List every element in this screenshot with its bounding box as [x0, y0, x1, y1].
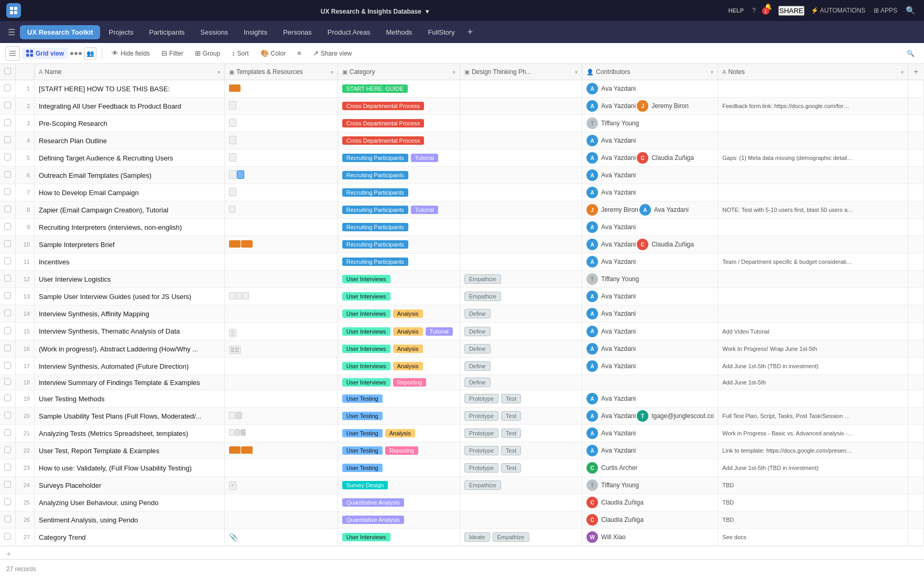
row-name-cell[interactable]: Sample Interpreters Brief — [35, 236, 225, 253]
row-notes-cell[interactable]: Add June 1st-5th (TBD in investment) — [718, 459, 908, 477]
row-templates-cell[interactable] — [224, 288, 338, 305]
row-checkbox[interactable] — [0, 305, 16, 323]
row-templates-cell[interactable] — [224, 323, 338, 340]
category-tag[interactable]: Reporting — [385, 446, 419, 455]
row-checkbox[interactable] — [0, 219, 16, 236]
row-contributors-cell[interactable]: AAva Yazdani — [582, 425, 718, 442]
row-design-cell[interactable]: Empathize — [460, 271, 582, 288]
design-tag[interactable]: Test — [501, 463, 521, 473]
row-category-cell[interactable]: User Interviews — [338, 529, 460, 546]
row-contributors-cell[interactable]: AAva Yazdani — [582, 80, 718, 98]
category-tag[interactable]: Cross Departmental Process — [342, 102, 425, 110]
category-tag[interactable]: Analysis — [393, 327, 423, 336]
category-tag[interactable]: START HERE: GUIDE — [342, 84, 408, 93]
automations-button[interactable]: ⚡ AUTOMATIONS — [809, 5, 868, 16]
search-icon[interactable]: 🔍 — [904, 4, 918, 17]
row-contributors-cell[interactable]: TTiffany Young — [582, 477, 718, 494]
header-notes[interactable]: A Notes ▾ — [718, 64, 908, 80]
row-design-cell[interactable] — [460, 184, 582, 201]
row-name-cell[interactable]: Sample Usability Test Plans (Full Flows,… — [35, 408, 225, 425]
row-contributors-cell[interactable]: WWill Xiao — [582, 529, 718, 546]
design-tag[interactable]: Define — [464, 361, 491, 371]
design-tag[interactable]: Define — [464, 344, 491, 354]
grid-view-indicator[interactable]: Grid view — [22, 48, 68, 59]
row-name-cell[interactable]: Interview Synthesis, Thematic Analysis o… — [35, 323, 225, 340]
row-notes-cell[interactable] — [718, 288, 908, 305]
row-category-cell[interactable]: Recruiting Participants — [338, 253, 460, 271]
row-checkbox[interactable] — [0, 442, 16, 459]
row-category-cell[interactable]: User TestingAnalysis — [338, 425, 460, 442]
row-templates-cell[interactable] — [224, 184, 338, 201]
row-checkbox[interactable] — [0, 390, 16, 408]
row-templates-cell[interactable] — [224, 305, 338, 323]
category-tag[interactable]: Tutorial — [411, 206, 438, 214]
row-notes-cell[interactable]: Add Video Tutorial — [718, 323, 908, 340]
row-checkbox[interactable] — [0, 408, 16, 425]
row-checkbox[interactable] — [0, 323, 16, 340]
row-name-cell[interactable]: Incentives — [35, 253, 225, 271]
category-tag[interactable]: Recruiting Participants — [342, 171, 408, 179]
row-height-button[interactable]: ≡ — [293, 47, 306, 59]
row-templates-cell[interactable] — [224, 340, 338, 358]
design-sort-icon[interactable]: ▾ — [575, 69, 578, 75]
app-logo[interactable] — [6, 3, 21, 18]
design-tag[interactable]: Define — [464, 378, 491, 387]
row-contributors-cell[interactable]: AAva YazdaniCClaudia Zuñiga — [582, 149, 718, 167]
row-notes-cell[interactable]: Feedback form link: https://docs.google.… — [718, 98, 908, 115]
row-category-cell[interactable]: START HERE: GUIDE — [338, 80, 460, 98]
row-contributors-cell[interactable]: AAva Yazdani — [582, 305, 718, 323]
row-checkbox[interactable] — [0, 425, 16, 442]
add-col-button[interactable]: + — [908, 64, 924, 80]
color-button[interactable]: 🎨 Color — [256, 47, 290, 59]
row-design-cell[interactable] — [460, 167, 582, 184]
category-tag[interactable]: Recruiting Participants — [342, 240, 408, 249]
row-design-cell[interactable]: Define — [460, 323, 582, 340]
nav-tab-toolkit[interactable]: UX Research Toolkit — [20, 25, 100, 39]
row-templates-cell[interactable] — [224, 494, 338, 511]
group-button[interactable]: ⊞ Group — [191, 47, 224, 59]
row-design-cell[interactable]: PrototypeTest — [460, 408, 582, 425]
row-notes-cell[interactable]: TBD — [718, 494, 908, 511]
row-category-cell[interactable]: User InterviewsAnalysis — [338, 340, 460, 358]
category-tag[interactable]: User Interviews — [342, 309, 390, 318]
row-checkbox[interactable] — [0, 271, 16, 288]
design-tag[interactable]: Prototype — [464, 463, 498, 473]
design-tag[interactable]: Define — [464, 309, 491, 318]
header-checkbox[interactable] — [0, 64, 16, 80]
row-name-cell[interactable]: [START HERE] HOW TO USE THIS BASE: — [35, 80, 225, 98]
row-templates-cell[interactable] — [224, 390, 338, 408]
notes-sort-icon[interactable]: ▾ — [901, 69, 904, 75]
category-tag[interactable]: User Testing — [342, 464, 383, 472]
design-tag[interactable]: Empathize — [493, 532, 529, 542]
header-design[interactable]: ▣ Design Thinking Ph... ▾ — [460, 64, 582, 80]
row-category-cell[interactable]: User Testing — [338, 390, 460, 408]
row-checkbox[interactable] — [0, 340, 16, 358]
row-design-cell[interactable]: Define — [460, 305, 582, 323]
bell-icon[interactable]: 🔔 1 — [762, 1, 774, 20]
category-tag[interactable]: Recruiting Participants — [342, 188, 408, 197]
hamburger-menu[interactable]: ☰ — [4, 25, 19, 39]
row-name-cell[interactable]: User Test, Report Template & Examples — [35, 442, 225, 459]
row-contributors-cell[interactable]: CClaudia Zuñiga — [582, 494, 718, 511]
category-tag[interactable]: Quantitative Analysis — [342, 498, 404, 507]
category-tag[interactable]: Recruiting Participants — [342, 223, 408, 231]
row-checkbox[interactable] — [0, 253, 16, 271]
row-category-cell[interactable]: Cross Departmental Process — [338, 98, 460, 115]
row-contributors-cell[interactable]: AAva Yazdani — [582, 253, 718, 271]
row-templates-cell[interactable] — [224, 408, 338, 425]
row-category-cell[interactable]: Recruiting Participants — [338, 236, 460, 253]
row-templates-cell[interactable] — [224, 201, 338, 219]
row-checkbox[interactable] — [0, 167, 16, 184]
row-design-cell[interactable] — [460, 236, 582, 253]
row-notes-cell[interactable] — [718, 115, 908, 132]
row-notes-cell[interactable] — [718, 167, 908, 184]
row-checkbox[interactable] — [0, 184, 16, 201]
row-checkbox[interactable] — [0, 115, 16, 132]
row-checkbox[interactable] — [0, 80, 16, 98]
category-tag[interactable]: Analysis — [393, 309, 423, 318]
row-design-cell[interactable] — [460, 115, 582, 132]
row-checkbox[interactable] — [0, 529, 16, 546]
row-design-cell[interactable]: PrototypeTest — [460, 442, 582, 459]
row-design-cell[interactable]: Define — [460, 358, 582, 375]
row-design-cell[interactable] — [460, 201, 582, 219]
